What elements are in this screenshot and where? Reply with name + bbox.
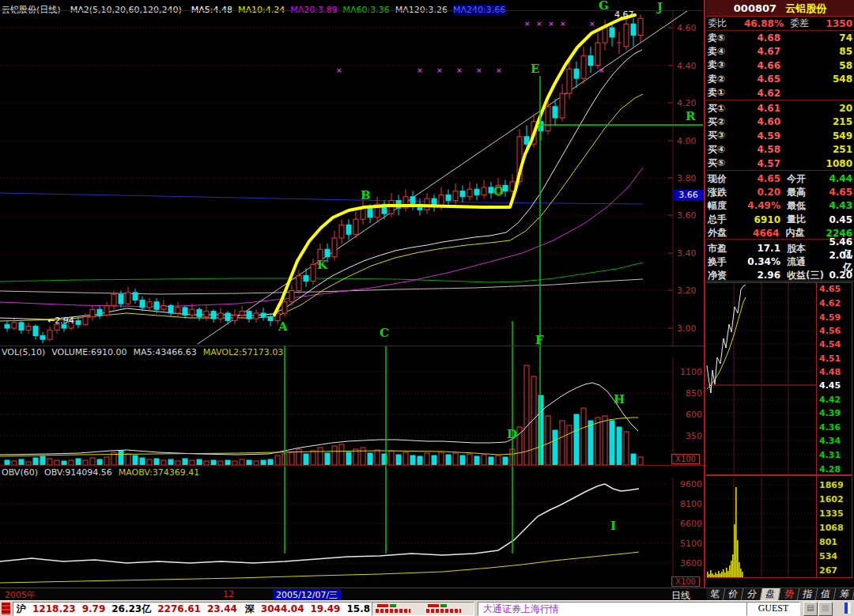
candle-body bbox=[47, 330, 52, 339]
candle-body bbox=[133, 293, 138, 300]
price-axis-label: 4.60 bbox=[677, 23, 702, 33]
price-axis-label: 4.40 bbox=[677, 61, 702, 71]
panel-tab-势[interactable]: 势 bbox=[779, 588, 799, 600]
candle-body bbox=[268, 317, 273, 321]
index-value: 2276.61 bbox=[157, 603, 201, 614]
stat-value: 6910 bbox=[735, 214, 780, 225]
status-button-list[interactable]: ▥ bbox=[818, 602, 833, 616]
candle-body bbox=[240, 312, 244, 316]
panel-tab-盘[interactable]: 盘 bbox=[761, 588, 781, 600]
kline-chart-canvas[interactable] bbox=[0, 11, 706, 346]
border-line bbox=[704, 0, 705, 588]
volume-bar bbox=[33, 458, 38, 465]
volume-bar bbox=[19, 459, 24, 465]
candle-body bbox=[610, 28, 614, 37]
volume-bar bbox=[638, 457, 643, 465]
volume-header-item: VOLUME:6910.00 bbox=[51, 347, 127, 357]
intraday-price-label: 4.51 bbox=[819, 354, 841, 363]
volume-chart-canvas[interactable] bbox=[0, 358, 706, 465]
stat-value: 4.49% bbox=[735, 200, 780, 211]
candle-body bbox=[560, 93, 565, 118]
signal-x-mark: × bbox=[536, 21, 542, 28]
volume-bar bbox=[282, 454, 287, 465]
bid-row: 买①4.6120 bbox=[708, 102, 852, 115]
level-volume: 20 bbox=[780, 103, 852, 114]
volume-unit-label: X100 bbox=[671, 454, 700, 464]
intraday-volume-canvas[interactable] bbox=[706, 478, 816, 578]
volume-header: VOL(5,10)VOLUME:6910.00MA5:43466.63MAVOL… bbox=[2, 347, 674, 357]
signal-x-mark: × bbox=[589, 21, 595, 28]
volume-bar bbox=[567, 425, 572, 465]
candle-body bbox=[282, 302, 287, 313]
ask-row: 卖④4.6785 bbox=[708, 45, 852, 58]
border-line bbox=[706, 30, 854, 31]
panel-tab-笔[interactable]: 笔 bbox=[705, 588, 726, 600]
candle-body bbox=[83, 317, 88, 325]
panel-tab-筹[interactable]: 筹 bbox=[834, 588, 854, 600]
stat-label: 股本 bbox=[780, 242, 828, 255]
candle-body bbox=[446, 195, 451, 200]
volume-axis-label: 1100 bbox=[675, 367, 702, 377]
panel-tab-价[interactable]: 价 bbox=[724, 588, 744, 600]
index-ticker-field: 沪1218.239.7926.23亿2276.6123.44深3044.0419… bbox=[13, 602, 372, 616]
volume-bar bbox=[553, 430, 557, 465]
level-volume: 215 bbox=[780, 116, 852, 127]
price-axis-label: 3.20 bbox=[677, 285, 702, 296]
volume-bar bbox=[496, 455, 501, 465]
candle-body bbox=[603, 28, 607, 43]
panel-tab-bar: 笔价分盘势指值筹 bbox=[706, 588, 854, 600]
volume-bar bbox=[304, 454, 308, 465]
volume-bar bbox=[560, 421, 565, 465]
volume-bar bbox=[446, 455, 451, 465]
volume-bar bbox=[474, 456, 479, 465]
candle-body bbox=[361, 208, 365, 219]
weicha-label: 委差 bbox=[784, 17, 822, 30]
candle-body bbox=[26, 327, 31, 331]
year-label: 2005年 bbox=[5, 589, 36, 601]
weibi-label: 委比 bbox=[708, 17, 735, 30]
volume-bar bbox=[325, 453, 330, 465]
cursor-date-label: 2005/12/07/三 bbox=[273, 589, 341, 601]
stat-value: 0.20 bbox=[828, 270, 852, 281]
ma-line-MA20 bbox=[0, 168, 643, 307]
level-label: 卖③ bbox=[708, 59, 735, 72]
intraday-volume-bar bbox=[729, 565, 731, 578]
signal-x-mark: × bbox=[548, 21, 554, 28]
volume-bar bbox=[581, 408, 586, 465]
status-button-grid[interactable]: ▤ bbox=[803, 602, 818, 616]
obv-header-item: MAOBV:374369.41 bbox=[119, 467, 200, 478]
candle-body bbox=[474, 189, 479, 195]
ask-row: 卖③4.6658 bbox=[708, 59, 852, 72]
stat-value: 4.44 bbox=[828, 173, 852, 184]
intraday-volume-bar bbox=[734, 524, 735, 578]
candle-body bbox=[410, 197, 415, 205]
panel-tab-分[interactable]: 分 bbox=[742, 588, 762, 600]
obv-chart-canvas[interactable] bbox=[0, 478, 706, 589]
volume-bar bbox=[346, 452, 351, 465]
intraday-price-canvas[interactable] bbox=[706, 282, 816, 474]
connection-icon[interactable] bbox=[845, 603, 851, 614]
candle-body bbox=[567, 69, 572, 93]
volume-bar bbox=[489, 457, 493, 465]
stat-row: 涨跌0.20最高4.65 bbox=[708, 186, 852, 198]
volume-bar bbox=[453, 453, 458, 465]
intraday-volume-bar bbox=[732, 554, 734, 578]
level-label: 卖⑤ bbox=[708, 32, 735, 45]
signal-x-mark: × bbox=[599, 67, 605, 74]
intraday-volume-bar bbox=[737, 540, 739, 578]
candle-body bbox=[33, 327, 38, 336]
candle-body bbox=[353, 219, 358, 234]
weibi-value: 46.88% bbox=[735, 18, 784, 29]
volume-bar bbox=[617, 427, 622, 465]
price-axis-label: 3.00 bbox=[677, 323, 702, 334]
mini-depth-box[interactable] bbox=[372, 602, 474, 616]
panel-tab-值[interactable]: 值 bbox=[816, 588, 837, 600]
price-annotation: ←2.94 bbox=[47, 316, 74, 325]
panel-tab-指[interactable]: 指 bbox=[798, 588, 818, 600]
intraday-price-label: 4.59 bbox=[819, 313, 841, 322]
intraday-price-label: 4.34 bbox=[819, 436, 841, 445]
marker-letter-H: H bbox=[614, 394, 625, 406]
intraday-price-label: 4.48 bbox=[819, 368, 841, 376]
border-line bbox=[0, 346, 706, 346]
border-line bbox=[0, 588, 854, 588]
